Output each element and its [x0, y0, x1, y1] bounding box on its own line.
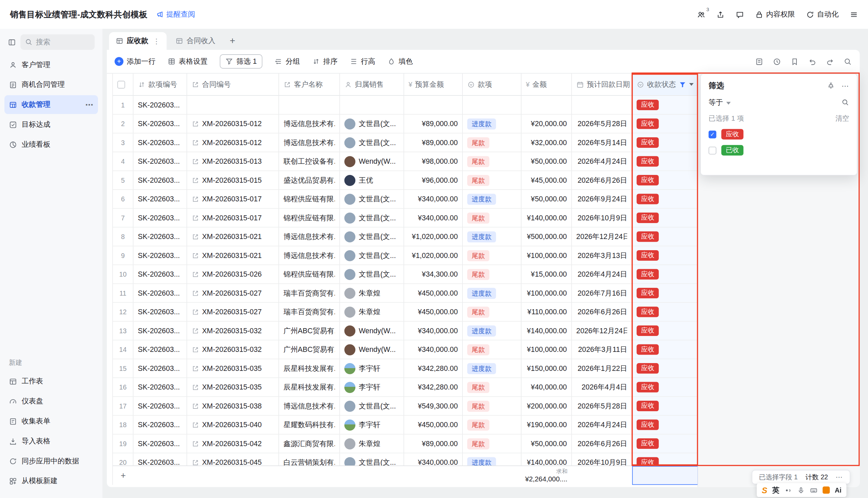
- cell-customer[interactable]: 博远信息技术有...: [279, 115, 340, 134]
- cell-payment-code[interactable]: SK-202603...: [133, 227, 187, 247]
- cell-payment-code[interactable]: SK-202603...: [133, 453, 187, 466]
- cell-status[interactable]: 应收: [632, 227, 697, 247]
- menu-button[interactable]: [850, 10, 858, 18]
- cell-customer[interactable]: 辰星科技发展有...: [279, 359, 340, 378]
- cell-payment-code[interactable]: SK-202603...: [133, 96, 187, 115]
- table-row[interactable]: 12SK-202603...XM-20260315-027瑞丰百货商贸有...朱…: [113, 303, 697, 322]
- cell-contract-no[interactable]: XM-20260315-021: [187, 247, 279, 265]
- group-button[interactable]: 分组: [275, 57, 300, 66]
- col-header-expected-date[interactable]: 预计回款日期: [572, 74, 632, 95]
- cell-contract-no[interactable]: XM-20260315-042: [187, 435, 279, 454]
- cell-payment-code[interactable]: SK-202603...: [133, 378, 187, 397]
- cell-status[interactable]: 应收: [632, 378, 697, 397]
- cell-sales-owner[interactable]: 王优: [340, 171, 404, 190]
- cell-customer[interactable]: 博远信息技术有...: [279, 133, 340, 152]
- cell-amount[interactable]: ¥100,000.00: [522, 340, 572, 359]
- cell-contract-no[interactable]: XM-20260315-017: [187, 209, 279, 228]
- cell-sales-owner[interactable]: 朱章煌: [340, 435, 404, 454]
- cell-contract-no[interactable]: XM-20260315-038: [187, 397, 279, 416]
- cell-expected-date[interactable]: 2026年4月4日: [572, 378, 632, 397]
- cell-budget[interactable]: ¥340,000.00: [404, 322, 463, 341]
- cell-contract-no[interactable]: [187, 96, 279, 115]
- cell-status[interactable]: 应收: [632, 435, 697, 454]
- sidebar-new-item-5[interactable]: 同步应用中的数据: [4, 451, 98, 471]
- table-row[interactable]: 1SK-202603...应收: [113, 96, 697, 115]
- cell-sales-owner[interactable]: Wendy(W...: [340, 152, 404, 171]
- microphone-icon[interactable]: [797, 486, 805, 494]
- cell-payment-type[interactable]: 进度款: [463, 322, 522, 341]
- cell-budget[interactable]: ¥340,000.00: [404, 453, 463, 466]
- col-header-payment-type[interactable]: 款项: [463, 74, 522, 95]
- cell-budget[interactable]: ¥89,000.00: [404, 435, 463, 454]
- content-permission-button[interactable]: 内容权限: [755, 10, 795, 19]
- cell-contract-no[interactable]: XM-20260315-012: [187, 133, 279, 152]
- automation-button[interactable]: 自动化: [806, 10, 839, 19]
- cell-sales-owner[interactable]: 文世昌(文...: [340, 115, 404, 134]
- cell-payment-type[interactable]: 尾款: [463, 378, 522, 397]
- cell-contract-no[interactable]: XM-20260315-040: [187, 416, 279, 435]
- cell-amount[interactable]: ¥50,000.00: [522, 435, 572, 454]
- fill-color-button[interactable]: 填色: [387, 57, 413, 66]
- cell-status[interactable]: 应收: [632, 265, 697, 284]
- history-icon[interactable]: [773, 57, 781, 65]
- sogou-logo-icon[interactable]: S: [762, 485, 767, 495]
- cell-payment-code[interactable]: SK-202603...: [133, 284, 187, 303]
- pin-icon[interactable]: [827, 82, 835, 90]
- cell-amount[interactable]: ¥140,000.00: [522, 209, 572, 228]
- checkbox-checked-icon[interactable]: ✓: [709, 130, 716, 138]
- sidebar-item-5[interactable]: 业绩看板: [4, 135, 98, 154]
- cell-contract-no[interactable]: XM-20260315-027: [187, 303, 279, 322]
- search-icon[interactable]: [842, 99, 849, 106]
- cell-budget[interactable]: ¥450,000.00: [404, 284, 463, 303]
- tab-contract-income[interactable]: 合同收入: [169, 32, 222, 50]
- cell-sales-owner[interactable]: [340, 96, 404, 115]
- sort-button[interactable]: 排序: [312, 57, 338, 66]
- col-header-budget[interactable]: ¥ 预算金额: [404, 74, 463, 95]
- cell-amount[interactable]: ¥200,000.00: [522, 397, 572, 416]
- add-row-button[interactable]: + 添加一行: [115, 57, 156, 66]
- cell-customer[interactable]: 锦程供应链有限...: [279, 265, 340, 284]
- cell-contract-no[interactable]: XM-20260315-012: [187, 115, 279, 134]
- cell-payment-code[interactable]: SK-202603...: [133, 397, 187, 416]
- cell-payment-type[interactable]: 进度款: [463, 115, 522, 134]
- cell-payment-type[interactable]: 进度款: [463, 190, 522, 209]
- cell-expected-date[interactable]: 2026年10月9日: [572, 209, 632, 228]
- table-row[interactable]: 13SK-202603...XM-20260315-032广州ABC贸易有...…: [113, 322, 697, 341]
- cell-payment-code[interactable]: SK-202603...: [133, 247, 187, 265]
- cell-sales-owner[interactable]: 文世昌(文...: [340, 209, 404, 228]
- filter-option-receivable[interactable]: ✓ 应收: [709, 129, 849, 139]
- cell-contract-no[interactable]: XM-20260315-035: [187, 378, 279, 397]
- cell-status[interactable]: 应收: [632, 322, 697, 341]
- cell-payment-type[interactable]: 尾款: [463, 133, 522, 152]
- cell-expected-date[interactable]: 2026年6月26日: [572, 303, 632, 322]
- cell-amount[interactable]: ¥40,000.00: [522, 378, 572, 397]
- cell-status[interactable]: 应收: [632, 115, 697, 134]
- cell-payment-type[interactable]: 尾款: [463, 416, 522, 435]
- table-row[interactable]: 10SK-202603...XM-20260315-026锦程供应链有限...文…: [113, 265, 697, 284]
- cell-sales-owner[interactable]: Wendy(W...: [340, 340, 404, 359]
- cell-amount[interactable]: ¥15,000.00: [522, 265, 572, 284]
- cell-payment-type[interactable]: 进度款: [463, 359, 522, 378]
- col-header-amount[interactable]: ¥ 金额: [522, 74, 572, 95]
- cell-customer[interactable]: 联创工控设备有...: [279, 152, 340, 171]
- cell-amount[interactable]: ¥140,000.00: [522, 322, 572, 341]
- cell-budget[interactable]: ¥450,000.00: [404, 303, 463, 322]
- redo-icon[interactable]: [826, 57, 834, 65]
- cell-payment-code[interactable]: SK-202603...: [133, 152, 187, 171]
- search-icon[interactable]: [844, 57, 852, 65]
- cell-payment-type[interactable]: 尾款: [463, 303, 522, 322]
- cell-status[interactable]: 应收: [632, 96, 697, 115]
- filter-option-received[interactable]: 已收: [709, 145, 849, 156]
- cell-payment-type[interactable]: 进度款: [463, 227, 522, 247]
- cell-status[interactable]: 应收: [632, 359, 697, 378]
- table-row[interactable]: 3SK-202603...XM-20260315-012博远信息技术有...文世…: [113, 133, 697, 152]
- cell-expected-date[interactable]: 2026年1月22日: [572, 359, 632, 378]
- cell-status[interactable]: 应收: [632, 247, 697, 265]
- sidebar-item-3[interactable]: 收款管理⋯: [4, 95, 98, 114]
- filter-button[interactable]: 筛选 1: [220, 54, 262, 68]
- cell-customer[interactable]: 博远信息技术有...: [279, 227, 340, 247]
- cell-amount[interactable]: ¥150,000.00: [522, 359, 572, 378]
- collaborators-button[interactable]: 3: [697, 10, 705, 18]
- sidebar-new-item-6[interactable]: 从模板新建: [4, 472, 98, 490]
- cell-status[interactable]: 应收: [632, 284, 697, 303]
